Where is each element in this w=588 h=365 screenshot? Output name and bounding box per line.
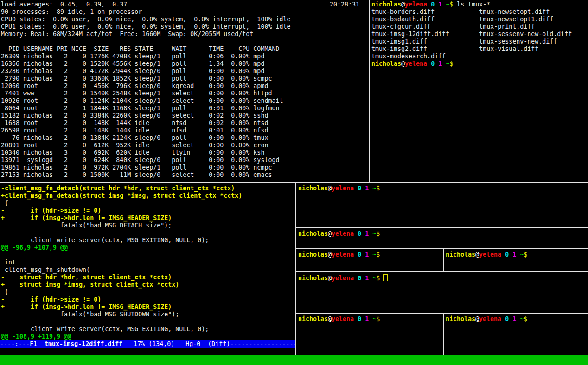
ls-file-line: tmux-imsg1.diff tmux-sessenv-new.diff	[371, 38, 588, 45]
prompt-segment-6: 1	[512, 251, 516, 258]
pane-shell-ls-output[interactable]: nicholas@yelena 0 1 ~$ ls tmux-*tmux-bor…	[371, 0, 588, 182]
diff-buffer-text: -client_msg_fn_detach(struct hdr *hdr, s…	[0, 183, 295, 340]
diff-line-ctx: fatalx("bad MSG_DETACH size");	[1, 222, 295, 229]
diff-line-ctx	[1, 229, 295, 237]
pane-border-vertical-top[interactable]	[369, 0, 370, 182]
ls-command-text: ls tmux-*	[453, 1, 490, 8]
prompt-segment-3	[501, 315, 505, 322]
shell-prompt-line: nicholas@yelena 0 1 ~$	[296, 314, 443, 323]
ls-file-line: tmux-imsg-12diff.diff tmux-sessenv-new-o…	[371, 31, 588, 38]
prompt-segment-5	[361, 230, 365, 237]
prompt-segment-9: $	[376, 315, 380, 322]
pane-top-process-monitor[interactable]: load averages: 0.45, 0.39, 0.37 90 proce…	[0, 0, 369, 182]
ls-command-line: nicholas@yelena 0 1 ~$ ls tmux-*	[371, 1, 588, 8]
shell-prompt-line: nicholas@yelena 0 1 ~$	[296, 183, 588, 192]
pane-shell-d[interactable]: nicholas@yelena 0 1 ~$	[444, 249, 588, 271]
pane-shell-c[interactable]: nicholas@yelena 0 1 ~$	[296, 249, 443, 271]
prompt-segment-5	[509, 315, 512, 322]
ls-file-line: tmux-cfgcur.diff tmux-print.diff	[371, 23, 588, 31]
mode-line-suffix: 17% (134,0) Hg-0 (Diff)-----------------…	[122, 340, 295, 347]
prompt-segment-0: nicholas	[298, 230, 328, 237]
tmux-status-bar: [0] 0:irssi# 1:todo 2:ncmpc- 3:mutt 4:ss…	[0, 355, 588, 365]
emacs-mode-line: ----:---F1 tmux-imsg-12diff.diff 17% (13…	[0, 340, 295, 348]
shell-prompt-line: nicholas@yelena 0 1 ~$	[296, 272, 588, 282]
prompt-segment-1: @	[328, 251, 332, 258]
prompt-segment-2: yelena	[479, 251, 501, 258]
pane-shell-b[interactable]: nicholas@yelena 0 1 ~$	[296, 228, 588, 248]
prompt-segment-5	[435, 60, 438, 67]
prompt-segment-6: 1	[512, 315, 516, 322]
prompt-segment-4: 0	[358, 251, 361, 258]
prompt-segment-9: $	[376, 275, 380, 282]
prompt-segment-6: 1	[365, 315, 369, 322]
prompt-segment-9: $	[376, 230, 380, 237]
prompt-segment-6: 1	[438, 1, 442, 8]
prompt-segment-7	[369, 315, 372, 322]
diff-line-removed: - struct hdr *hdr, struct client_ctx *cc…	[1, 274, 295, 281]
prompt-segment-0: nicholas	[446, 251, 475, 258]
prompt-segment-8: ~	[446, 60, 449, 67]
prompt-segment-6: 1	[365, 275, 369, 282]
ls-file-line: tmux-borders.diff tmux-newsetopt.diff	[371, 8, 588, 16]
prompt-segment-8: ~	[520, 251, 524, 258]
prompt-segment-4: 0	[358, 315, 361, 322]
prompt-segment-5	[509, 251, 512, 258]
ls-file-line: tmux-imsg2.diff tmux-visual.diff	[371, 45, 588, 53]
shell-prompt-line: nicholas@yelena 0 1 ~$	[296, 228, 588, 238]
ls-output-text: nicholas@yelena 0 1 ~$ ls tmux-*tmux-bor…	[371, 0, 588, 68]
pane-shell-g[interactable]: nicholas@yelena 0 1 ~$	[444, 314, 588, 355]
prompt-segment-1: @	[328, 230, 332, 237]
prompt-segment-5	[361, 315, 365, 322]
prompt-segment-1: @	[401, 1, 405, 8]
prompt-segment-3	[354, 185, 358, 192]
prompt-segment-2: yelena	[332, 275, 354, 282]
prompt-segment-2: yelena	[405, 60, 427, 67]
prompt-segment-5	[435, 1, 438, 8]
prompt-segment-5	[361, 275, 365, 282]
prompt-segment-0: nicholas	[298, 185, 328, 192]
prompt-segment-1: @	[328, 185, 332, 192]
prompt-segment-9: $	[449, 60, 453, 67]
prompt-segment-2: yelena	[332, 315, 354, 322]
ls-file-line: tmux-modesearch.diff	[371, 53, 588, 60]
diff-line-ctx: {	[1, 289, 295, 296]
prompt-segment-6: 1	[365, 251, 369, 258]
diff-line-ctx: client_msg_fn_shutdown(	[1, 266, 295, 274]
shell-prompt-line: nicholas@yelena 0 1 ~$	[444, 314, 588, 323]
prompt-segment-1: @	[328, 275, 332, 282]
diff-line-ctx: client_write_server(cctx, MSG_EXITING, N…	[1, 237, 295, 244]
prompt-segment-4: 0	[358, 230, 361, 237]
diff-line-hunk: @@ -96,9 +107,9 @@	[1, 244, 295, 252]
diff-line-ctx: int	[1, 259, 295, 266]
prompt-segment-8: ~	[520, 315, 524, 322]
diff-line-ctx	[1, 318, 295, 326]
prompt-segment-2: yelena	[332, 185, 354, 192]
diff-line-hunk: @@ -108,9 +119,9 @@	[1, 333, 295, 340]
prompt-segment-7	[516, 251, 520, 258]
shell-prompt-line: nicholas@yelena 0 1 ~$	[444, 249, 588, 258]
prompt-segment-3	[354, 230, 358, 237]
pane-emacs-diff[interactable]: -client_msg_fn_detach(struct hdr *hdr, s…	[0, 183, 295, 355]
diff-line-added: + if (imsg->hdr.len != IMSG_HEADER_SIZE)	[1, 214, 295, 222]
prompt-segment-2: yelena	[332, 230, 354, 237]
mode-line-prefix: ----:---F1	[0, 340, 45, 347]
diff-line-removed: - if (hdr->size != 0)	[1, 207, 295, 214]
diff-line-added: + if (imsg->hdr.len != IMSG_HEADER_SIZE)	[1, 303, 295, 311]
prompt-segment-4: 0	[358, 275, 361, 282]
prompt-segment-0: nicholas	[298, 315, 328, 322]
prompt-segment-1: @	[401, 60, 405, 67]
diff-line-ctx: client_write_server(cctx, MSG_EXITING, N…	[1, 326, 295, 333]
prompt-segment-2: yelena	[479, 315, 501, 322]
prompt-segment-9: $	[524, 251, 527, 258]
pane-shell-f[interactable]: nicholas@yelena 0 1 ~$	[296, 314, 443, 355]
prompt-segment-0: nicholas	[298, 251, 328, 258]
prompt-segment-7	[442, 1, 446, 8]
prompt-segment-3	[427, 60, 431, 67]
prompt-segment-7	[369, 185, 372, 192]
pane-shell-e-active[interactable]: nicholas@yelena 0 1 ~$	[296, 272, 588, 313]
pane-shell-a[interactable]: nicholas@yelena 0 1 ~$	[296, 183, 588, 227]
prompt-segment-0: nicholas	[298, 275, 328, 282]
prompt-segment-8: ~	[372, 251, 376, 258]
prompt-segment-0: nicholas	[446, 315, 475, 322]
prompt-segment-0: nicholas	[371, 1, 401, 8]
